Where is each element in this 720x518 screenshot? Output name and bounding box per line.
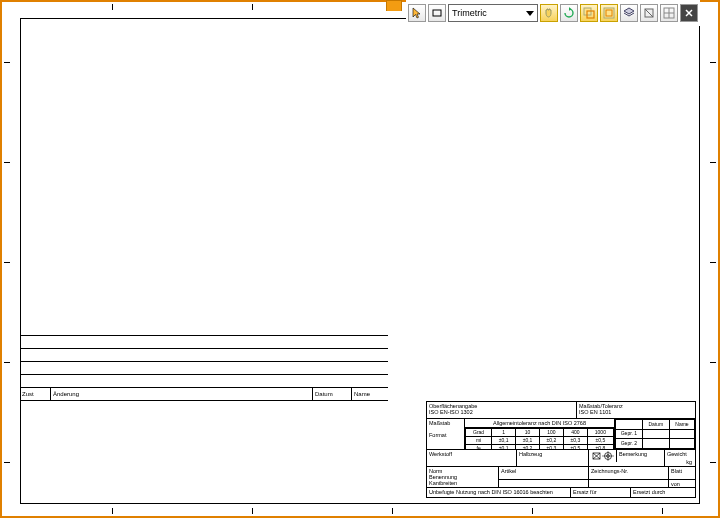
svg-rect-7 [433,10,441,16]
semi-finished-label: Halbzeug [517,450,589,466]
rectangle-button[interactable] [428,4,446,22]
ruler-tick [4,362,10,363]
kant-label: Kantbreiten [429,480,496,486]
format-label: Format [429,432,462,438]
ruler-tick [710,462,716,463]
grid-icon [663,7,675,19]
remark-label: Bemerkung [617,450,665,466]
ruler-tick [4,462,10,463]
ruler-tick [112,508,113,514]
view-toolbar: Trimetric [406,0,700,26]
ruler-tick [252,508,253,514]
revision-header-aenderung: Änderung [51,388,313,400]
pointer-button[interactable] [408,4,426,22]
zoom-fit-icon [603,7,615,19]
material-label: Werkstoff [427,450,517,466]
revision-row [20,375,388,388]
approval-grid: Datum Name Gepr. 1 Gepr. 2 [615,419,695,449]
ruler-tick [4,62,10,63]
layers-icon [623,7,635,19]
toolbar-grip[interactable] [386,0,402,11]
weight-label: Gewicht [667,451,687,457]
chevron-down-icon [526,11,534,16]
ruler-tick [4,162,10,163]
copyright-note: Unbefugte Nutzung nach DIN ISO 16016 bea… [427,488,571,497]
general-tolerance-label: Allgemeintoleranz nach DIN ISO 2768 [465,419,614,428]
revision-header-zust: Zust [20,388,51,400]
ruler-tick [4,262,10,263]
revision-header-datum: Datum [313,388,352,400]
tolerance-grid: Grad 1 10 100 400 1000 mi ±0,1 ±0,1 ±0,2… [465,428,614,449]
article-label: Artikel [499,467,588,480]
app-frame: Zust Änderung Datum Name Oberflächenanga… [0,0,720,518]
ruler-tick [710,162,716,163]
sheet-of-label: von [669,480,695,487]
close-toolbar-button[interactable] [680,4,698,22]
replacement-for-label: Ersatz für [571,488,631,497]
revision-header-name: Name [352,388,388,400]
section-button[interactable] [640,4,658,22]
hand-icon [543,7,555,19]
surface-std: ISO EN-ISO 1302 [429,409,574,415]
revision-table: Zust Änderung Datum Name [20,335,388,401]
ruler-tick [532,508,533,514]
zoom-window-icon [583,7,595,19]
weight-unit: kg [686,459,692,465]
ruler-tick [112,4,113,10]
revision-row [20,336,388,349]
projection-symbol-icon [589,450,617,462]
pointer-icon [411,7,423,19]
drawing-no-label: Zeichnungs-Nr. [589,467,668,480]
rotate-icon [563,7,575,19]
close-icon [684,8,694,18]
revision-header: Zust Änderung Datum Name [20,388,388,401]
section-icon [643,7,655,19]
revision-row [20,362,388,375]
ruler-tick [252,4,253,10]
ruler-tick [662,508,663,514]
sheet-label: Blatt [669,467,695,480]
ruler-tick [710,62,716,63]
ruler-tick [392,508,393,514]
view-orientation-select[interactable]: Trimetric [448,4,538,22]
revision-row [20,349,388,362]
layers-button[interactable] [620,4,638,22]
rectangle-icon [431,7,443,19]
pan-button[interactable] [540,4,558,22]
title-block: Oberflächenangabe ISO EN-ISO 1302 Maßsta… [426,401,696,498]
zoom-window-button[interactable] [580,4,598,22]
ruler-tick [710,262,716,263]
replaced-by-label: Ersetzt durch [631,488,695,497]
zoom-fit-button[interactable] [600,4,618,22]
tolerance-std: ISO EN 1101 [579,409,693,415]
view-orientation-value: Trimetric [452,8,487,18]
rotate-button[interactable] [560,4,578,22]
grid-button[interactable] [660,4,678,22]
ruler-tick [710,362,716,363]
